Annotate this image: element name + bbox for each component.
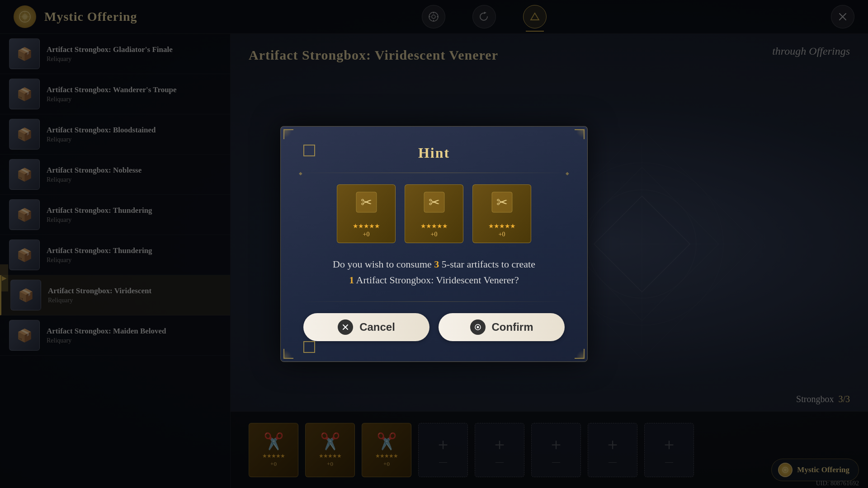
modal-corner-tr bbox=[575, 129, 585, 139]
create-count: 1 bbox=[349, 274, 354, 286]
cancel-label: Cancel bbox=[359, 321, 395, 333]
modal-corner-tl bbox=[283, 129, 293, 139]
modal-artifact-plus-3: +0 bbox=[499, 231, 505, 238]
svg-text:✂: ✂ bbox=[428, 195, 439, 210]
modal-bottom-divider bbox=[299, 301, 569, 302]
modal-artifact-icon-1: ✂ bbox=[354, 190, 379, 220]
modal-top-divider bbox=[299, 173, 569, 173]
svg-point-20 bbox=[476, 326, 479, 328]
modal-artifact-stars-3: ★★★★★ bbox=[488, 222, 515, 230]
modal-title: Hint bbox=[303, 145, 565, 161]
svg-text:✂: ✂ bbox=[360, 195, 372, 210]
cancel-button[interactable]: Cancel bbox=[303, 313, 429, 341]
confirm-button[interactable]: Confirm bbox=[439, 313, 565, 341]
modal-artifact-stars-2: ★★★★★ bbox=[420, 222, 448, 230]
modal-artifact-3: ✂ ★★★★★ +0 bbox=[472, 184, 531, 243]
cancel-icon bbox=[338, 319, 353, 335]
modal-corner-bl bbox=[283, 349, 293, 359]
consume-count: 3 bbox=[434, 258, 439, 270]
modal-artifacts-row: ✂ ★★★★★ +0 ✂ ★★★★★ +0 bbox=[303, 184, 565, 243]
modal-corner-br bbox=[575, 349, 585, 359]
modal-artifact-2: ✂ ★★★★★ +0 bbox=[405, 184, 463, 243]
confirm-icon bbox=[470, 319, 486, 335]
confirm-label: Confirm bbox=[492, 321, 533, 333]
hint-modal: Hint ✂ ★★★★★ +0 ✂ bbox=[280, 126, 588, 361]
modal-artifact-plus-2: +0 bbox=[431, 231, 438, 238]
modal-buttons: Cancel Confirm bbox=[303, 313, 565, 341]
modal-artifact-stars-1: ★★★★★ bbox=[353, 222, 380, 230]
svg-text:✂: ✂ bbox=[496, 195, 507, 210]
modal-overlay: Hint ✂ ★★★★★ +0 ✂ bbox=[0, 0, 868, 488]
modal-description: Do you wish to consume 3 5-star artifact… bbox=[303, 257, 565, 287]
modal-artifact-icon-3: ✂ bbox=[490, 190, 514, 220]
modal-artifact-1: ✂ ★★★★★ +0 bbox=[337, 184, 396, 243]
modal-artifact-icon-2: ✂ bbox=[422, 190, 447, 220]
modal-artifact-plus-1: +0 bbox=[363, 231, 370, 238]
